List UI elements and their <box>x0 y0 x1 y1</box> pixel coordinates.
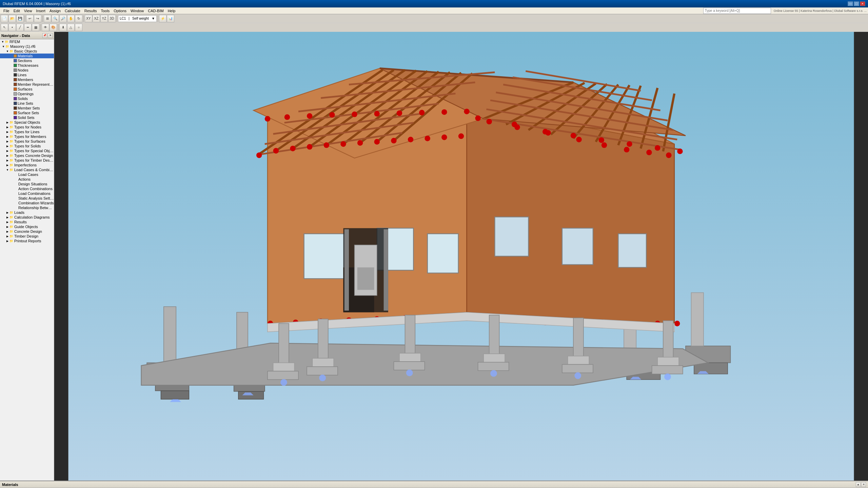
support-btn[interactable]: △ <box>67 24 75 31</box>
nav-item-relationship-between-load-cases[interactable]: Relationship Between Load Cases <box>0 205 54 210</box>
expand-icon-31[interactable] <box>9 187 14 191</box>
expand-icon-2[interactable]: ▼ <box>5 49 9 53</box>
bottom-expand-btn[interactable]: ▲ <box>856 482 861 487</box>
expand-icon-9[interactable] <box>9 82 14 86</box>
nav-item-special-objects[interactable]: ▶📁Special Objects <box>0 120 54 125</box>
nav-item-load-cases[interactable]: Load Cases <box>0 172 54 177</box>
expand-icon-19[interactable]: ▶ <box>5 130 9 134</box>
search-input[interactable] <box>703 8 771 14</box>
nav-pin-btn[interactable]: 📌 <box>42 33 47 38</box>
expand-icon-1[interactable]: ▼ <box>1 44 5 48</box>
expand-icon-22[interactable]: ▶ <box>5 144 9 148</box>
menu-item-cad-bim[interactable]: CAD-BIM <box>146 8 165 14</box>
bottom-close-btn[interactable]: ✕ <box>861 482 866 487</box>
menu-item-options[interactable]: Options <box>112 8 129 14</box>
view-xz[interactable]: XZ <box>93 15 100 22</box>
calc-btn[interactable]: ⚡ <box>159 15 166 22</box>
expand-icon-21[interactable]: ▶ <box>5 139 9 143</box>
nav-item-action-combinations[interactable]: Action Combinations <box>0 186 54 191</box>
nav-item-thicknesses[interactable]: Thicknesses <box>0 63 54 68</box>
expand-icon-36[interactable]: ▶ <box>5 210 9 215</box>
new-btn[interactable]: 📄 <box>1 15 8 22</box>
nav-item-printout-reports[interactable]: ▶📁Printout Reports <box>0 239 54 243</box>
nav-item-types-for-lines[interactable]: ▶📁Types for Lines <box>0 129 54 134</box>
expand-icon-40[interactable]: ▶ <box>5 229 9 233</box>
nav-item-design-situations[interactable]: Design Situations <box>0 182 54 186</box>
close-button[interactable]: ✕ <box>860 1 865 6</box>
menu-item-assign[interactable]: Assign <box>47 8 63 14</box>
expand-icon-37[interactable]: ▶ <box>5 215 9 219</box>
menu-item-insert[interactable]: Insert <box>34 8 47 14</box>
view-3d[interactable]: 3D <box>108 15 116 22</box>
view-xy[interactable]: XY <box>85 15 92 22</box>
expand-icon-20[interactable]: ▶ <box>5 135 9 139</box>
nav-item-results[interactable]: ▶📁Results <box>0 220 54 224</box>
lc-dropdown[interactable]: LC1 | Self weight ▼ <box>118 15 157 22</box>
redo-btn[interactable]: ↪ <box>34 15 41 22</box>
hinge-btn[interactable]: ○ <box>75 24 82 31</box>
surface-btn[interactable]: ▦ <box>32 24 39 31</box>
nav-item-concrete-design[interactable]: ▶📁Concrete Design <box>0 229 54 234</box>
expand-icon-5[interactable] <box>9 63 14 67</box>
display-options[interactable]: 👁 <box>42 24 49 31</box>
nav-item-materials[interactable]: Materials <box>0 54 54 58</box>
expand-icon-42[interactable]: ▶ <box>5 239 9 243</box>
nav-item-member-representatives[interactable]: Member Representatives <box>0 82 54 87</box>
nav-item-basic-objects[interactable]: ▼📁Basic Objects <box>0 49 54 54</box>
menu-item-help[interactable]: Help <box>166 8 178 14</box>
nav-item-types-for-special-objects[interactable]: ▶📁Types for Special Objects <box>0 148 54 153</box>
open-btn[interactable]: 📂 <box>8 15 16 22</box>
nav-item-lines[interactable]: Lines <box>0 73 54 77</box>
nav-item-load-combinations[interactable]: Load Combinations <box>0 191 54 196</box>
nav-item-solids[interactable]: Solids <box>0 96 54 101</box>
nav-item-types-for-members[interactable]: ▶📁Types for Members <box>0 134 54 139</box>
view-yz[interactable]: YZ <box>100 15 108 22</box>
nav-item-loads[interactable]: ▶📁Loads <box>0 210 54 215</box>
expand-icon-24[interactable]: ▶ <box>5 154 9 158</box>
expand-icon-30[interactable] <box>9 182 14 186</box>
menu-item-file[interactable]: File <box>1 8 12 14</box>
expand-icon-18[interactable]: ▶ <box>5 125 9 129</box>
expand-icon-17[interactable]: ▶ <box>5 120 9 124</box>
nav-item-imperfections[interactable]: ▶📁Imperfections <box>0 163 54 167</box>
expand-icon-8[interactable] <box>9 78 14 82</box>
expand-icon-25[interactable]: ▶ <box>5 158 9 162</box>
nav-item-timber-design[interactable]: ▶📁Timber Design <box>0 234 54 239</box>
nav-item-types-concrete-design[interactable]: ▶📁Types Concrete Design <box>0 153 54 158</box>
expand-icon-38[interactable]: ▶ <box>5 220 9 224</box>
zoom-in[interactable]: 🔍 <box>52 15 59 22</box>
nav-item-calculation-diagrams[interactable]: ▶📁Calculation Diagrams <box>0 215 54 220</box>
nav-item-surfaces[interactable]: Surfaces <box>0 87 54 92</box>
expand-icon-12[interactable] <box>9 97 14 101</box>
rotate[interactable]: ↻ <box>75 15 82 22</box>
nav-item-masonry-(1).rf6[interactable]: ▼📁Masonry (1).rf6 <box>0 44 54 49</box>
expand-icon-7[interactable] <box>9 73 14 77</box>
zoom-out[interactable]: 🔎 <box>59 15 67 22</box>
nav-item-combination-wizards[interactable]: Combination Wizards <box>0 201 54 205</box>
nav-item-rfem[interactable]: ▼📁RFEM <box>0 39 54 44</box>
nav-item-line-sets[interactable]: Line Sets <box>0 101 54 106</box>
expand-icon-39[interactable]: ▶ <box>5 225 9 229</box>
expand-icon-35[interactable] <box>9 206 14 210</box>
nav-close-btn[interactable]: ✕ <box>48 33 53 38</box>
expand-icon-13[interactable] <box>9 101 14 105</box>
line-btn[interactable]: ╱ <box>16 24 24 31</box>
expand-icon-11[interactable] <box>9 92 14 96</box>
nav-item-solid-sets[interactable]: Solid Sets <box>0 115 54 120</box>
expand-icon-3[interactable] <box>9 54 14 58</box>
results-btn[interactable]: 📊 <box>167 15 174 22</box>
load-btn[interactable]: ⬇ <box>59 24 67 31</box>
expand-icon-33[interactable] <box>9 196 14 200</box>
menu-item-calculate[interactable]: Calculate <box>63 8 82 14</box>
nav-item-types-for-nodes[interactable]: ▶📁Types for Nodes <box>0 125 54 129</box>
expand-icon-6[interactable] <box>9 68 14 72</box>
nav-item-surface-sets[interactable]: Surface Sets <box>0 110 54 115</box>
expand-icon-32[interactable] <box>9 191 14 196</box>
expand-icon-34[interactable] <box>9 201 14 205</box>
menu-item-view[interactable]: View <box>22 8 34 14</box>
nav-item-member-sets[interactable]: Member Sets <box>0 106 54 110</box>
minimize-button[interactable]: — <box>848 1 853 6</box>
nav-item-types-for-timber-design[interactable]: ▶📁Types for Timber Design <box>0 158 54 163</box>
save-btn[interactable]: 💾 <box>16 15 24 22</box>
nav-item-sections[interactable]: Sections <box>0 58 54 63</box>
